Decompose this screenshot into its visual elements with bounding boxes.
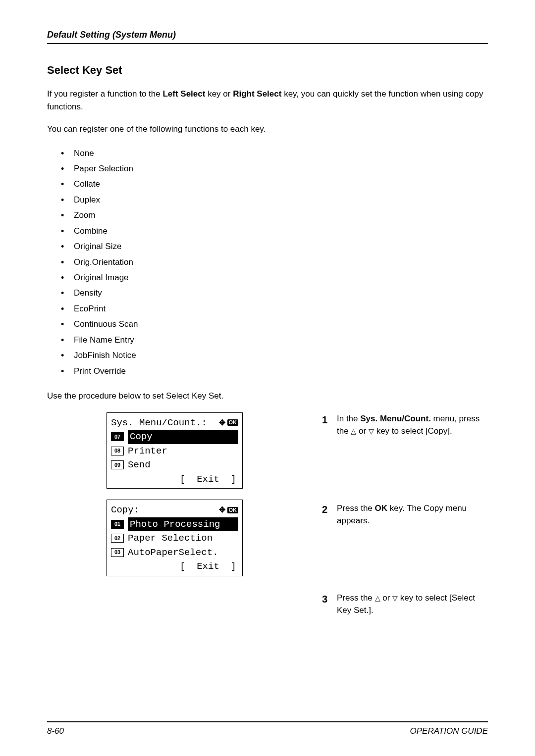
list-item: EcoPrint [61, 301, 488, 316]
lcd-screen-sys-menu: Sys. Menu/Count.: ✥ OK 07 Copy 08 Printe… [107, 412, 243, 489]
list-item: Zoom [61, 207, 488, 223]
lcd-item: 02 Paper Selection [111, 531, 238, 546]
text: Press the [337, 593, 375, 603]
item-label: Photo Processing [128, 517, 238, 532]
down-triangle-icon: ▽ [369, 426, 374, 437]
item-label: Paper Selection [128, 531, 213, 546]
item-number: 07 [111, 432, 124, 441]
step-number: 2 [322, 502, 337, 517]
lcd-item: 08 Printer [111, 444, 238, 458]
list-item: Collate [61, 176, 488, 192]
text: If you register a function to the [47, 89, 162, 99]
list-item: File Name Entry [61, 332, 488, 348]
text: key or [205, 89, 233, 99]
text-bold: Sys. Menu/Count. [360, 414, 431, 423]
down-triangle-icon: ▽ [392, 593, 398, 604]
item-number: 09 [111, 460, 124, 469]
item-label: Send [128, 458, 151, 472]
page-header: Default Setting (System Menu) [47, 30, 488, 44]
text: or [380, 593, 393, 603]
up-triangle-icon: △ [351, 426, 356, 437]
up-triangle-icon: △ [375, 593, 380, 604]
list-item: Paper Selection [61, 161, 488, 176]
lcd-title: Copy: [111, 503, 139, 517]
item-label: Printer [128, 444, 167, 458]
lcd-item: 03 AutoPaperSelect. [111, 546, 238, 560]
text: Press the [337, 504, 375, 513]
step-2: 2 Press the OK key. The Copy menu appear… [322, 502, 488, 527]
procedure-intro: Use the procedure below to set Select Ke… [47, 390, 488, 403]
item-number: 02 [111, 534, 124, 543]
section-title: Select Key Set [47, 64, 488, 77]
lcd-screen-copy: Copy: ✥ OK 01 Photo Processing 02 Paper … [107, 500, 243, 576]
step-number: 1 [322, 412, 337, 427]
step-number: 3 [322, 592, 337, 606]
item-number: 08 [111, 447, 124, 455]
function-list: None Paper Selection Collate Duplex Zoom… [61, 146, 488, 379]
lcd-exit: [ Exit ] [111, 472, 238, 487]
list-item: Original Image [61, 270, 488, 285]
lcd-exit: [ Exit ] [111, 559, 238, 574]
lcd-item-selected: 07 Copy [111, 430, 238, 444]
text: or [356, 426, 369, 436]
lcd-item-selected: 01 Photo Processing [111, 517, 238, 532]
text: In the [337, 414, 360, 423]
list-item: Print Override [61, 363, 488, 379]
step-1: 1 In the Sys. Menu/Count. menu, press th… [322, 412, 488, 438]
text: key to select [Copy]. [374, 426, 452, 436]
guide-label: OPERATION GUIDE [410, 726, 488, 736]
item-number: 03 [111, 548, 124, 557]
list-item: Orig.Orientation [61, 254, 488, 270]
lcd-item: 09 Send [111, 458, 238, 472]
text-bold: Left Select [162, 89, 205, 99]
page-number: 8-60 [47, 726, 64, 736]
intro-paragraph-1: If you register a function to the Left S… [47, 88, 488, 113]
lcd-title: Sys. Menu/Count.: [111, 416, 207, 430]
list-item: Density [61, 285, 488, 301]
list-item: Combine [61, 223, 488, 239]
item-label: Copy [128, 430, 238, 444]
text-bold: Right Select [233, 89, 281, 99]
item-label: AutoPaperSelect. [128, 546, 218, 560]
item-number: 01 [111, 520, 124, 529]
list-item: None [61, 146, 488, 161]
list-item: JobFinish Notice [61, 348, 488, 363]
nav-arrows-icon: ✥ [219, 504, 225, 516]
page-footer: 8-60 OPERATION GUIDE [47, 721, 488, 736]
step-3: 3 Press the △ or ▽ key to select [Select… [322, 592, 488, 617]
list-item: Duplex [61, 192, 488, 207]
nav-arrows-icon: ✥ [219, 417, 225, 429]
list-item: Original Size [61, 239, 488, 254]
list-item: Continuous Scan [61, 316, 488, 332]
text-bold: OK [375, 504, 388, 513]
intro-paragraph-2: You can register one of the following fu… [47, 123, 488, 136]
ok-badge: OK [227, 419, 239, 426]
ok-badge: OK [227, 507, 239, 513]
